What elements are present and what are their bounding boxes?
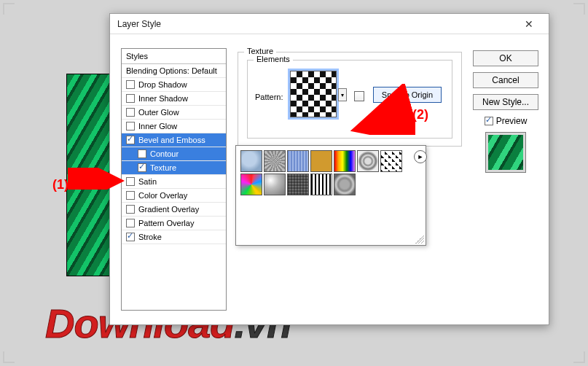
styles-list: Blending Options: Default Drop Shadow In…	[122, 64, 226, 244]
layer-style-dialog: Layer Style ✕ Styles Blending Options: D…	[109, 13, 549, 325]
pattern-swatch[interactable]	[287, 174, 309, 195]
styles-item-satin[interactable]: Satin	[122, 175, 226, 189]
svg-line-1	[363, 114, 409, 128]
pattern-swatch-grid	[240, 150, 414, 195]
pattern-swatch[interactable]	[310, 174, 332, 195]
checkbox-preview[interactable]	[485, 117, 493, 125]
pattern-picker-flyout: ►	[235, 145, 426, 246]
styles-item-label: Pattern Overlay	[138, 219, 194, 227]
new-style-button[interactable]: New Style...	[473, 94, 538, 110]
pattern-picker-menu-button[interactable]: ►	[414, 150, 427, 163]
styles-item-label: Satin	[138, 177, 157, 186]
close-icon: ✕	[525, 18, 533, 30]
workspace-background: Download.vn Layer Style ✕ Styles Blendin…	[0, 0, 588, 366]
dialog-right-column: OK Cancel New Style... Preview	[473, 50, 538, 173]
play-icon: ►	[418, 153, 424, 160]
styles-item-label: Outer Glow	[138, 108, 179, 117]
pattern-swatch[interactable]	[240, 174, 262, 195]
checkbox-pattern-overlay[interactable]	[126, 219, 135, 227]
checkbox-stroke[interactable]	[126, 233, 135, 241]
pattern-swatch[interactable]	[264, 174, 286, 195]
styles-item-drop-shadow[interactable]: Drop Shadow	[122, 78, 226, 92]
dialog-content: Styles Blending Options: Default Drop Sh…	[110, 34, 549, 324]
ok-label: OK	[499, 53, 511, 63]
ok-button[interactable]: OK	[473, 50, 538, 66]
styles-item-stroke[interactable]: Stroke	[122, 230, 226, 244]
pattern-swatch[interactable]	[240, 150, 262, 172]
pattern-swatch[interactable]	[287, 150, 309, 172]
checkbox-texture[interactable]	[138, 163, 146, 172]
checkbox-drop-shadow[interactable]	[126, 80, 135, 89]
checkbox-inner-shadow[interactable]	[126, 94, 135, 103]
annotation-arrow-2-icon	[350, 84, 415, 135]
checkbox-color-overlay[interactable]	[126, 191, 135, 200]
styles-item-blending-options[interactable]: Blending Options: Default	[122, 64, 226, 78]
dialog-title: Layer Style	[117, 19, 517, 29]
styles-item-label: Drop Shadow	[138, 80, 187, 89]
styles-item-inner-shadow[interactable]: Inner Shadow	[122, 92, 226, 106]
cancel-button[interactable]: Cancel	[473, 72, 538, 88]
pattern-label: Pattern:	[255, 93, 283, 101]
styles-item-label: Inner Glow	[138, 122, 177, 131]
styles-item-label: Inner Shadow	[138, 94, 188, 103]
close-button[interactable]: ✕	[517, 17, 541, 31]
styles-item-inner-glow[interactable]: Inner Glow	[122, 120, 226, 133]
styles-item-texture[interactable]: Texture	[122, 161, 226, 175]
pattern-swatch[interactable]	[264, 150, 286, 172]
checkbox-satin[interactable]	[126, 177, 135, 186]
dialog-titlebar[interactable]: Layer Style ✕	[110, 14, 549, 34]
pattern-swatch[interactable]	[334, 174, 356, 195]
styles-item-label: Gradient Overlay	[138, 205, 199, 214]
checkbox-contour[interactable]	[138, 149, 146, 158]
styles-item-outer-glow[interactable]: Outer Glow	[122, 106, 226, 120]
styles-item-color-overlay[interactable]: Color Overlay	[122, 189, 226, 203]
chevron-down-icon: ▾	[341, 92, 344, 98]
styles-item-label: Blending Options: Default	[126, 66, 217, 75]
styles-item-bevel-emboss[interactable]: Bevel and Emboss	[122, 133, 226, 147]
pattern-dropdown-button[interactable]: ▾	[338, 88, 347, 101]
pattern-swatch[interactable]	[380, 150, 402, 172]
pattern-swatch[interactable]	[357, 150, 379, 172]
new-style-label: New Style...	[482, 97, 529, 107]
styles-item-label: Bevel and Emboss	[138, 136, 205, 144]
resize-grip-icon[interactable]	[415, 235, 424, 244]
checkbox-gradient-overlay[interactable]	[126, 205, 135, 214]
pattern-swatch[interactable]	[334, 150, 356, 172]
cancel-label: Cancel	[492, 75, 519, 85]
styles-header[interactable]: Styles	[122, 49, 226, 64]
styles-item-pattern-overlay[interactable]: Pattern Overlay	[122, 217, 226, 230]
preview-label: Preview	[496, 116, 528, 126]
annotation-arrow-1-icon	[68, 168, 126, 190]
styles-item-label: Color Overlay	[138, 191, 187, 200]
styles-item-gradient-overlay[interactable]: Gradient Overlay	[122, 203, 226, 217]
preview-checkbox-row[interactable]: Preview	[473, 116, 538, 126]
checkbox-inner-glow[interactable]	[126, 122, 135, 131]
pattern-preview-well[interactable]	[290, 71, 337, 117]
styles-panel: Styles Blending Options: Default Drop Sh…	[121, 48, 227, 311]
pattern-swatch[interactable]	[310, 150, 332, 172]
style-preview-swatch	[485, 132, 526, 173]
styles-item-label: Contour	[150, 149, 179, 158]
styles-item-label: Stroke	[138, 233, 162, 241]
styles-item-contour[interactable]: Contour	[122, 147, 226, 161]
elements-group-label: Elements	[254, 55, 293, 63]
checkbox-outer-glow[interactable]	[126, 108, 135, 117]
styles-item-label: Texture	[150, 163, 176, 172]
checkbox-bevel-emboss[interactable]	[126, 136, 135, 144]
